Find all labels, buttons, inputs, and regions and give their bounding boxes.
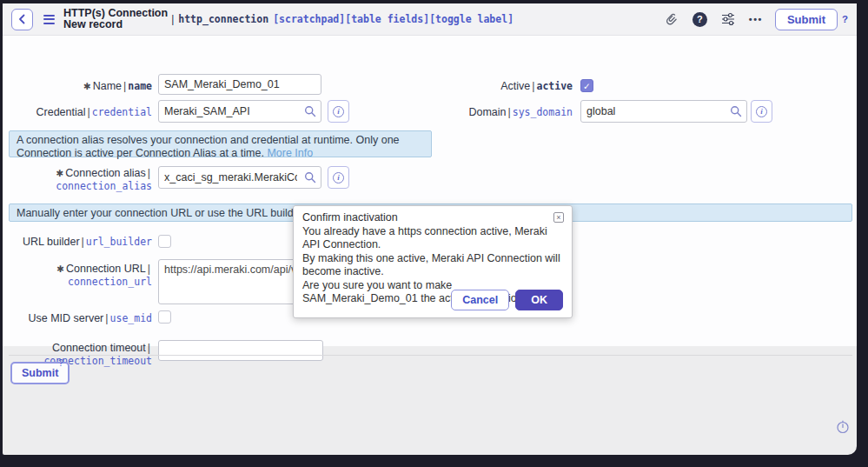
- paperclip-icon: [664, 11, 679, 27]
- checkmark-icon: ✓: [583, 81, 591, 91]
- record-subtitle: New record: [63, 19, 168, 31]
- record-type-title: HTTP(s) Connection: [63, 8, 168, 20]
- connection-alias-input[interactable]: [159, 167, 299, 188]
- info-icon: i: [333, 172, 344, 183]
- form-header: HTTP(s) Connection New record | http_con…: [3, 3, 857, 36]
- required-marker: ✱: [83, 81, 91, 91]
- domain-preview-button[interactable]: i: [751, 100, 772, 123]
- help-icon: ?: [692, 12, 707, 27]
- connection-alias-reference-field: [158, 166, 321, 189]
- ok-button[interactable]: OK: [515, 290, 563, 310]
- debug-flags[interactable]: [scratchpad][table fields][toggle label]: [273, 13, 514, 25]
- credential-field-label: Credential|credential: [3, 106, 152, 119]
- submit-help-mark[interactable]: ?: [842, 14, 848, 24]
- footer-divider: [9, 355, 852, 356]
- domain-input[interactable]: [581, 101, 725, 122]
- context-menu-icon[interactable]: [43, 15, 55, 24]
- search-icon: [730, 105, 742, 117]
- app-window: HTTP(s) Connection New record | http_con…: [3, 3, 857, 455]
- alias-info-banner: A connection alias resolves your connect…: [9, 130, 432, 157]
- domain-lookup-button[interactable]: [725, 101, 746, 122]
- table-name: http_connection: [178, 13, 268, 25]
- connection-url-field-label: ✱Connection URL| connection_url: [3, 263, 152, 288]
- pipe-separator: |: [171, 13, 174, 25]
- page-title: HTTP(s) Connection New record: [63, 8, 168, 31]
- domain-field-label: Domain|sys_domain: [399, 106, 573, 119]
- connection-alias-preview-button[interactable]: i: [328, 166, 349, 189]
- chevron-left-icon: [17, 13, 29, 25]
- dialog-title: Confirm inactivation: [302, 211, 563, 225]
- domain-reference-field: [580, 100, 747, 123]
- use-mid-field-label: Use MID server|use_mid: [3, 312, 152, 325]
- personalize-form-button[interactable]: [720, 12, 736, 26]
- response-time-button[interactable]: [836, 420, 850, 437]
- back-button[interactable]: [11, 9, 33, 30]
- sliders-icon: [720, 12, 736, 26]
- help-button[interactable]: ?: [692, 12, 707, 27]
- info-icon: i: [756, 106, 767, 117]
- cancel-button[interactable]: Cancel: [451, 290, 509, 310]
- dialog-line-2: By making this one active, Meraki API Co…: [302, 252, 563, 279]
- search-icon: [304, 171, 316, 183]
- more-options-button[interactable]: •••: [749, 14, 763, 24]
- connection-alias-field-label: ✱Connection alias| connection_alias: [3, 167, 152, 192]
- alias-more-info-link[interactable]: More Info: [267, 147, 313, 159]
- required-marker: ✱: [56, 168, 64, 178]
- dialog-close-button[interactable]: ×: [553, 212, 564, 223]
- name-input[interactable]: [158, 74, 321, 95]
- use-mid-checkbox[interactable]: [158, 310, 171, 324]
- url-builder-checkbox[interactable]: [158, 235, 171, 248]
- credential-reference-field: [158, 100, 321, 123]
- connection-timeout-input[interactable]: [158, 340, 323, 361]
- confirm-inactivation-dialog: Confirm inactivation × You already have …: [293, 205, 573, 318]
- dialog-line-1: You already have a https connection acti…: [302, 225, 563, 252]
- active-field-label: Active|active: [399, 80, 573, 93]
- timer-icon: [836, 420, 850, 434]
- connection-alias-lookup-button[interactable]: [299, 167, 321, 188]
- url-builder-field-label: URL builder|url_builder: [3, 236, 152, 249]
- attachment-button[interactable]: [664, 11, 679, 27]
- active-checkbox[interactable]: ✓: [580, 79, 593, 92]
- table-meta: | http_connection [scratchpad][table fie…: [171, 13, 514, 25]
- search-icon: [304, 105, 316, 117]
- name-field-label: ✱Name|name: [3, 80, 152, 93]
- submit-button-header[interactable]: Submit: [775, 9, 838, 30]
- credential-lookup-button[interactable]: [299, 101, 321, 122]
- required-marker: ✱: [56, 264, 64, 274]
- alias-info-text: A connection alias resolves your connect…: [17, 134, 400, 159]
- credential-preview-button[interactable]: i: [328, 100, 349, 123]
- credential-input[interactable]: [159, 101, 299, 122]
- footer-help-mark[interactable]: ?: [58, 357, 63, 368]
- close-icon: ×: [556, 213, 560, 222]
- info-icon: i: [333, 106, 344, 117]
